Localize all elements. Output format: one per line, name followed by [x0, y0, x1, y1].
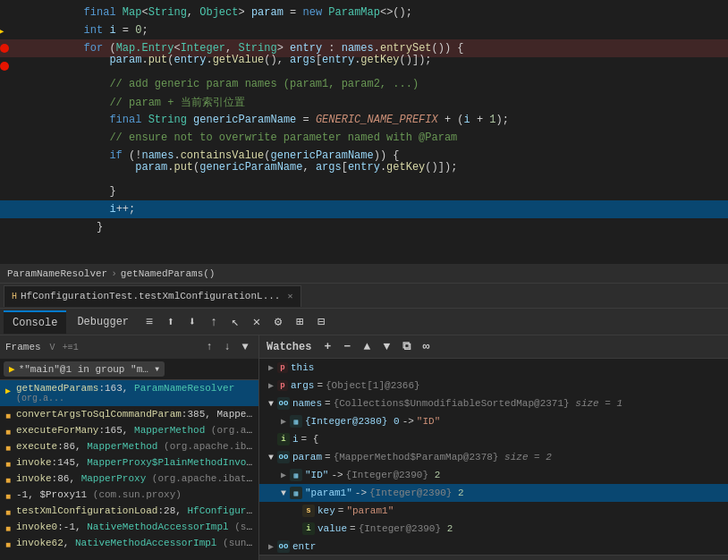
watch-name-entry: entr — [292, 541, 316, 552]
watch-row-i[interactable]: ▶ i i = { — [259, 430, 728, 448]
debug-settings-btn[interactable]: ⚙ — [268, 312, 288, 332]
frame-method-7: testXmlConfigurationLoad:28, HfConfigura… — [16, 505, 253, 516]
debug-step-over-btn[interactable]: ⬇ — [182, 312, 202, 332]
frame-text-2: executeForMany:165, MapperMethod (org.ap… — [16, 425, 253, 436]
frame-text-5: invoke:86, MapperProxy (org.apache.ibati… — [16, 473, 253, 484]
frame-down-btn[interactable]: ↓ — [219, 339, 235, 355]
watch-row-param1-value[interactable]: ▶ i value = {Integer@2390} 2 — [259, 520, 728, 538]
watch-expand-entry[interactable]: ▶ — [265, 540, 277, 553]
frame-text-1: convertArgsToSqlCommandParam:385, Mapper… — [16, 409, 253, 420]
tab-file-icon: H — [12, 292, 17, 301]
frame-item-6[interactable]: ■ -1, $Proxy11 (com.sun.proxy) — [0, 487, 258, 503]
watch-row-param-id[interactable]: ▶ ▦ "ID" -> {Integer@2390} 2 — [259, 466, 728, 484]
watch-expand-names[interactable]: ▼ — [265, 397, 277, 410]
watch-expand-param-id[interactable]: ▶ — [277, 469, 290, 481]
frame-text-0: getNamedParams:163, ParamNameResolver (o… — [16, 383, 234, 403]
tab-label: HfConfigurationTest.testXmlConfiguration… — [21, 291, 280, 301]
watch-val-param-id: {Integer@2390} 2 — [346, 470, 441, 480]
debug-list-btn[interactable]: ≡ — [140, 312, 159, 332]
watch-arrow-param-param1: -> — [355, 488, 367, 498]
debug-resume-btn[interactable]: ↑ — [204, 312, 224, 332]
watch-minus-btn[interactable]: − — [338, 338, 356, 356]
debug-step-out-btn[interactable]: ↖ — [225, 312, 245, 332]
frame-dot-4: ■ — [5, 460, 13, 467]
watch-name-args: args — [291, 380, 314, 391]
watch-down-btn[interactable]: ▼ — [377, 338, 395, 356]
frame-dot-1: ■ — [5, 412, 13, 419]
debug-toolbar: Console Debugger ≡ ⬆ ⬇ ↑ ↖ ✕ ⚙ ⊞ ⊟ — [0, 309, 728, 335]
thread-selector[interactable]: ▶ *"main"@1 in group "main": R... ▼ — [4, 361, 165, 377]
watch-icon-names-child: ▦ — [290, 415, 302, 428]
watch-row-param1-key[interactable]: ▶ s key = "param1" — [259, 502, 728, 520]
thread-selector-area: ▶ *"main"@1 in group "main": R... ▼ — [0, 359, 258, 380]
watch-val-names: {Collections$UnmodifiableSortedMap@2371}… — [334, 398, 622, 409]
frame-item-9[interactable]: ■ invoke62, NativeMethodAccessorImpl (su… — [0, 535, 258, 551]
frame-dot-9: ■ — [5, 540, 13, 547]
watches-label: Watches — [267, 341, 311, 353]
frame-item-1[interactable]: ■ convertArgsToSqlCommandParam:385, Mapp… — [0, 406, 258, 422]
watch-row-args[interactable]: ▶ p args = {Object[1]@2366} — [259, 377, 728, 395]
frames-panel: Frames V +≡1 ↑ ↓ ▼ ▶ *"main"@1 in group … — [0, 335, 259, 560]
watches-panel: Watches + − ▲ ▼ ⧉ ∞ ▶ p this — [259, 335, 728, 560]
debug-expand-btn[interactable]: ⊟ — [311, 312, 331, 332]
frames-controls: ↑ ↓ ▼ — [201, 339, 253, 355]
tab-console[interactable]: Console — [4, 310, 66, 334]
frame-item-2[interactable]: ■ executeForMany:165, MapperMethod (org.… — [0, 422, 258, 438]
watch-expand-names-child[interactable]: ▶ — [277, 415, 290, 428]
watch-row-param-param1[interactable]: ▼ ▦ "param1" -> {Integer@2390} 2 — [259, 484, 728, 502]
frame-item-0[interactable]: ▶ getNamedParams:163, ParamNameResolver … — [0, 380, 258, 406]
watch-icon-this: p — [277, 362, 288, 373]
watch-expand-param[interactable]: ▼ — [265, 451, 277, 463]
watch-row-this[interactable]: ▶ p this — [259, 359, 728, 377]
watch-icon-i: i — [277, 433, 290, 445]
frames-header: Frames V +≡1 ↑ ↓ ▼ — [0, 335, 258, 359]
watch-up-btn[interactable]: ▲ — [358, 338, 376, 356]
frames-label: Frames — [5, 342, 41, 352]
watch-eq-args: = — [317, 380, 323, 391]
frame-item-4[interactable]: ■ invoke:145, MapperProxy$PlainMethodInv… — [0, 454, 258, 471]
frame-item-5[interactable]: ■ invoke:86, MapperProxy (org.apache.iba… — [0, 471, 258, 487]
watches-footer: 01 !names.containsValue(genericParamName… — [259, 555, 728, 560]
watch-row-names-child-0[interactable]: ▶ ▦ {Integer@2380} 0 -> "ID" — [259, 412, 728, 430]
watch-icon-param-param1: ▦ — [290, 487, 302, 499]
watch-expand-this[interactable]: ▶ — [265, 361, 277, 374]
watch-row-names[interactable]: ▼ oo names = {Collections$UnmodifiableSo… — [259, 395, 728, 412]
frame-up-btn[interactable]: ↑ — [201, 339, 217, 355]
frames-list: ▶ getNamedParams:163, ParamNameResolver … — [0, 380, 258, 560]
editor-tab[interactable]: H HfConfigurationTest.testXmlConfigurati… — [4, 285, 301, 307]
code-editor: final Map<String, Object> param = new Pa… — [0, 0, 728, 264]
frame-item-7[interactable]: ■ testXmlConfigurationLoad:28, HfConfigu… — [0, 503, 258, 519]
frame-item-8[interactable]: ■ invoke0:-1, NativeMethodAccessorImpl (… — [0, 519, 258, 535]
debug-stop-btn[interactable]: ✕ — [247, 312, 267, 332]
frame-method-3: execute:86, MapperMethod (org.apache.iba… — [16, 441, 253, 452]
debugger-tab-label: Debugger — [77, 316, 129, 328]
watch-add-btn[interactable]: + — [318, 338, 336, 356]
frame-text-9: invoke62, NativeMethodAccessorImpl (sun.… — [16, 538, 253, 548]
tab-close-button[interactable]: ✕ — [287, 291, 292, 301]
watch-icon-param-id: ▦ — [290, 469, 302, 481]
tab-debugger[interactable]: Debugger — [68, 310, 138, 334]
watch-icon-param1-key: s — [302, 505, 315, 517]
frame-item-3[interactable]: ■ execute:86, MapperMethod (org.apache.i… — [0, 438, 258, 454]
debug-restore-btn[interactable]: ⬆ — [161, 312, 181, 332]
frame-dot-2: ■ — [5, 428, 13, 435]
watch-row-entry[interactable]: ▶ oo entr — [259, 538, 728, 555]
frame-dot-5: ■ — [5, 476, 13, 483]
tab-bar: H HfConfigurationTest.testXmlConfigurati… — [0, 284, 728, 309]
watch-row-param[interactable]: ▼ oo param = {MapperMethod$ParamMap@2378… — [259, 448, 728, 466]
watch-val-param1-value: {Integer@2390} 2 — [359, 523, 453, 534]
frame-text-8: invoke0:-1, NativeMethodAccessorImpl (su… — [16, 522, 253, 532]
breadcrumb-item-2[interactable]: getNamedParams() — [121, 268, 216, 279]
watch-name-i: i — [292, 434, 299, 445]
watch-loop-btn[interactable]: ∞ — [417, 338, 435, 356]
watch-expand-param-param1[interactable]: ▼ — [277, 487, 290, 499]
breadcrumb-item-1[interactable]: ParamNameResolver — [7, 268, 107, 279]
frame-text-7: testXmlConfigurationLoad:28, HfConfigura… — [16, 505, 253, 516]
watch-copy-btn[interactable]: ⧉ — [397, 338, 415, 356]
frame-filter-btn[interactable]: ▼ — [237, 339, 253, 355]
watch-arrow-param-id: -> — [331, 470, 343, 480]
watch-expand-args[interactable]: ▶ — [265, 379, 277, 392]
debug-table-btn[interactable]: ⊞ — [290, 312, 309, 332]
frame-text-4: invoke:145, MapperProxy$PlainMethodInvok… — [16, 457, 253, 468]
watch-eq-names: = — [325, 398, 331, 409]
